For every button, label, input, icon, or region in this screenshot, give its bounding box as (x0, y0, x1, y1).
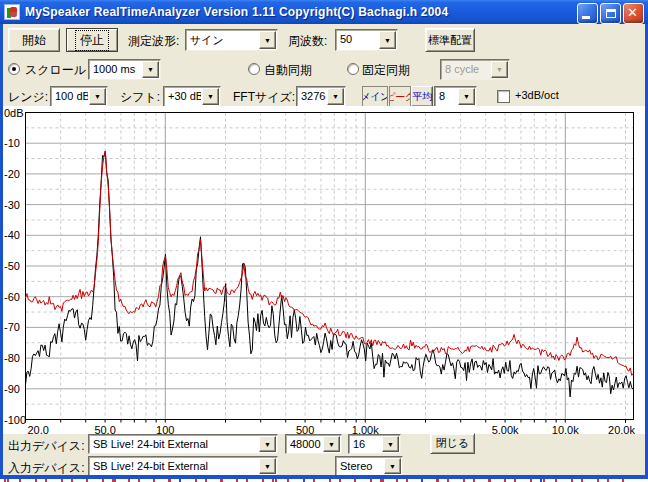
dropdown-arrow-icon[interactable]: ▼ (259, 31, 276, 49)
shift-value: +30 dB (164, 87, 201, 106)
dropdown-arrow-icon[interactable]: ▼ (259, 458, 276, 474)
svg-text:50.0: 50.0 (94, 424, 115, 435)
svg-text:100: 100 (156, 424, 174, 435)
svg-text:500: 500 (296, 424, 314, 435)
bit-depth-value: 16 (349, 435, 381, 453)
maximize-icon (606, 9, 616, 18)
close-icon: ✕ (627, 5, 638, 20)
standard-layout-button[interactable]: 標準配置 (425, 28, 475, 52)
svg-text:-20: -20 (4, 168, 20, 180)
channels-value: Stereo (336, 457, 383, 475)
svg-text:5.00k: 5.00k (492, 424, 519, 435)
svg-text:-10: -10 (4, 137, 20, 149)
waveform-label: 測定波形: (128, 33, 179, 50)
dropdown-arrow-icon[interactable]: ▼ (89, 88, 106, 105)
maximize-button[interactable] (600, 3, 621, 24)
dropdown-arrow-icon[interactable]: ▼ (384, 458, 401, 474)
bit-depth-select[interactable]: 16 ▼ (348, 434, 401, 454)
shift-select[interactable]: +30 dB ▼ (163, 86, 221, 107)
range-label: レンジ: (8, 89, 48, 106)
svg-text:-90: -90 (4, 383, 20, 395)
title-bar[interactable]: MySpeaker RealTimeAnalyzer Version 1.11 … (0, 0, 648, 24)
window-title: MySpeaker RealTimeAnalyzer Version 1.11 … (25, 5, 448, 19)
main-toggle-button[interactable]: メイン (362, 86, 388, 107)
scroll-interval-select[interactable]: 1000 ms ▼ (88, 59, 161, 80)
svg-text:1.00k: 1.00k (352, 424, 379, 435)
oct-checkbox[interactable] (497, 90, 510, 103)
fft-size-label: FFTサイズ: (233, 89, 295, 106)
svg-text:-30: -30 (4, 199, 20, 211)
svg-text:-50: -50 (4, 260, 20, 272)
dropdown-arrow-icon: ▼ (491, 61, 508, 78)
output-device-select[interactable]: SB Live! 24-bit External ▼ (88, 434, 278, 454)
shift-label: シフト: (120, 89, 160, 106)
app-window: MySpeaker RealTimeAnalyzer Version 1.11 … (0, 0, 648, 482)
fft-size-select[interactable]: 32768 ▼ (296, 86, 346, 107)
scroll-radio-label: スクロール (25, 62, 86, 79)
svg-text:0dB: 0dB (4, 107, 24, 119)
svg-text:10.0k: 10.0k (552, 424, 579, 435)
scroll-radio[interactable] (8, 63, 20, 75)
dropdown-arrow-icon[interactable]: ▼ (379, 31, 396, 49)
waveform-value: サイン (186, 30, 258, 50)
spectrum-chart-panel: 0dB-10-20-30-40-50-60-70-80-90-10020.050… (3, 106, 645, 434)
start-button[interactable]: 開始 (8, 28, 60, 52)
auto-sync-radio[interactable] (248, 63, 260, 75)
sample-rate-select[interactable]: 48000 ▼ (285, 434, 342, 454)
fixed-sync-radio[interactable] (347, 63, 359, 75)
svg-text:-80: -80 (4, 352, 20, 364)
oct-checkbox-label: +3dB/oct (515, 89, 559, 101)
frequency-select[interactable]: 50 ▼ (335, 29, 398, 51)
cycle-select: 8 cycle ▼ (440, 59, 510, 80)
close-button[interactable]: ✕ (623, 3, 644, 24)
fixed-sync-label: 固定同期 (362, 62, 410, 79)
cycle-value: 8 cycle (441, 60, 490, 79)
channels-select[interactable]: Stereo ▼ (335, 456, 403, 476)
dropdown-arrow-icon[interactable]: ▼ (327, 88, 344, 105)
svg-text:-60: -60 (4, 291, 20, 303)
svg-text:-70: -70 (4, 321, 20, 333)
output-device-label: 出力デバイス: (8, 438, 84, 455)
svg-text:-100: -100 (4, 414, 26, 426)
input-device-value: SB Live! 24-bit External (89, 457, 258, 475)
close-window-button[interactable]: 閉じる (430, 433, 475, 454)
spectrum-chart: 0dB-10-20-30-40-50-60-70-80-90-10020.050… (3, 106, 645, 434)
range-select[interactable]: 100 dB ▼ (50, 86, 108, 107)
waveform-select[interactable]: サイン ▼ (185, 29, 278, 51)
frequency-value: 50 (336, 30, 378, 50)
average-count-value: 8 (435, 87, 457, 106)
window-border-left (0, 24, 3, 479)
auto-sync-label: 自動同期 (264, 62, 312, 79)
minimize-button[interactable] (577, 3, 598, 24)
sample-rate-value: 48000 (286, 435, 322, 453)
dropdown-arrow-icon[interactable]: ▼ (259, 436, 276, 452)
dropdown-arrow-icon[interactable]: ▼ (142, 61, 159, 78)
stop-button[interactable]: 停止 (66, 28, 118, 52)
svg-text:-40: -40 (4, 229, 20, 241)
dropdown-arrow-icon[interactable]: ▼ (458, 88, 475, 105)
average-count-select[interactable]: 8 ▼ (434, 86, 477, 107)
dropdown-arrow-icon[interactable]: ▼ (202, 88, 219, 105)
scroll-interval-value: 1000 ms (89, 60, 141, 79)
peak-toggle-button[interactable]: ピーク (389, 86, 411, 107)
fft-size-value: 32768 (297, 87, 326, 106)
output-device-value: SB Live! 24-bit External (89, 435, 258, 453)
dropdown-arrow-icon[interactable]: ▼ (323, 436, 340, 452)
app-icon (4, 4, 20, 20)
svg-text:20.0: 20.0 (28, 424, 49, 435)
dropdown-arrow-icon[interactable]: ▼ (382, 436, 399, 452)
frequency-label: 周波数: (288, 33, 327, 50)
svg-text:20.0k: 20.0k (608, 424, 635, 435)
range-value: 100 dB (51, 87, 88, 106)
minimize-icon (582, 16, 590, 19)
average-toggle-button[interactable]: 平均 (411, 86, 433, 107)
input-device-select[interactable]: SB Live! 24-bit External ▼ (88, 456, 278, 476)
